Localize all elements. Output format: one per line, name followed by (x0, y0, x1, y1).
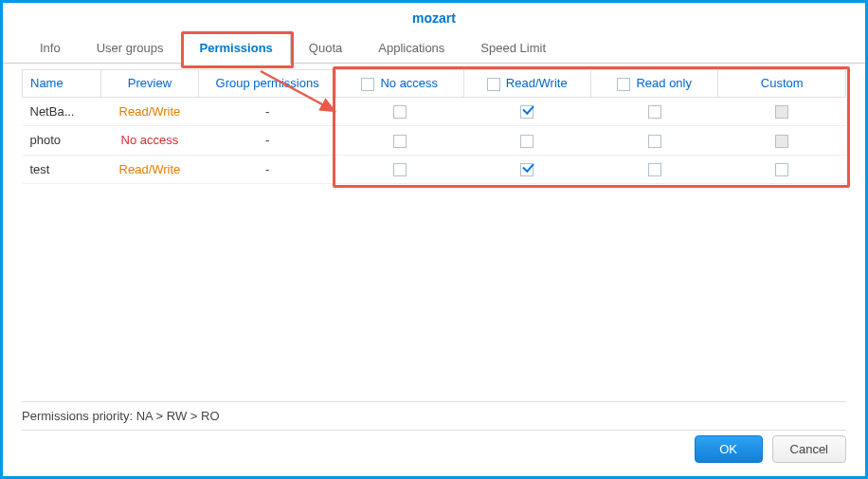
cell-no-access (336, 126, 463, 156)
tab-permissions[interactable]: Permissions (182, 32, 291, 64)
checkbox-icon[interactable] (520, 163, 533, 176)
cell-read-write (463, 97, 590, 126)
tab-bar: InfoUser groupsPermissionsQuotaApplicati… (3, 31, 865, 64)
cell-read-only (590, 97, 717, 126)
col-no-access[interactable]: No access (336, 70, 463, 98)
checkbox-icon[interactable] (393, 135, 407, 148)
cell-no-access (336, 155, 463, 184)
checkbox-icon[interactable] (617, 78, 630, 91)
cell-read-write (463, 126, 590, 156)
checkbox-icon (775, 105, 788, 119)
checkbox-icon[interactable] (648, 105, 661, 119)
cell-group: - (199, 126, 336, 156)
col-custom[interactable]: Custom (718, 70, 846, 98)
cell-name: NetBa... (23, 97, 101, 126)
cell-no-access (336, 97, 463, 126)
tab-applications[interactable]: Applications (360, 32, 462, 64)
checkbox-icon[interactable] (393, 163, 407, 176)
table-row: testRead/Write- (23, 155, 846, 184)
cell-custom (718, 126, 846, 156)
col-name[interactable]: Name (23, 70, 101, 98)
checkbox-icon (775, 135, 788, 148)
col-read-write[interactable]: Read/Write (463, 70, 590, 98)
checkbox-icon[interactable] (648, 135, 661, 148)
divider (22, 430, 846, 431)
cell-group: - (199, 97, 336, 126)
checkbox-icon[interactable] (487, 78, 500, 91)
tab-speed-limit[interactable]: Speed Limit (462, 32, 564, 64)
cell-name: test (23, 155, 101, 184)
permissions-table: Name Preview Group permissions No access… (22, 69, 846, 184)
permissions-panel: Name Preview Group permissions No access… (3, 69, 865, 373)
tab-user-groups[interactable]: User groups (79, 32, 182, 64)
tab-info[interactable]: Info (22, 32, 79, 64)
cell-read-only (590, 126, 717, 156)
cell-preview: Read/Write (100, 155, 198, 184)
cell-group: - (199, 155, 336, 184)
dialog-title: mozart (3, 3, 865, 31)
ok-button[interactable]: OK (695, 435, 763, 463)
col-read-only[interactable]: Read only (590, 70, 717, 98)
dialog-window: mozart InfoUser groupsPermissionsQuotaAp… (0, 0, 868, 479)
cell-preview: No access (100, 126, 198, 156)
checkbox-icon[interactable] (393, 105, 407, 119)
checkbox-icon[interactable] (648, 163, 661, 176)
cell-preview: Read/Write (100, 97, 198, 126)
priority-text: Permissions priority: NA > RW > RO (22, 409, 220, 423)
cell-name: photo (23, 126, 101, 156)
table-row: photoNo access- (23, 126, 846, 156)
cell-read-write (463, 155, 590, 184)
col-preview[interactable]: Preview (100, 70, 198, 98)
cell-read-only (590, 155, 717, 184)
col-group[interactable]: Group permissions (199, 70, 336, 98)
dialog-footer: OK Cancel (695, 435, 846, 463)
table-row: NetBa...Read/Write- (23, 97, 846, 126)
checkbox-icon[interactable] (775, 163, 788, 176)
cancel-button[interactable]: Cancel (772, 435, 846, 463)
checkbox-icon[interactable] (361, 78, 374, 91)
checkbox-icon[interactable] (520, 105, 533, 119)
tab-quota[interactable]: Quota (291, 32, 360, 64)
cell-custom (718, 155, 846, 184)
checkbox-icon[interactable] (520, 135, 533, 148)
divider (22, 401, 846, 402)
cell-custom (718, 97, 846, 126)
